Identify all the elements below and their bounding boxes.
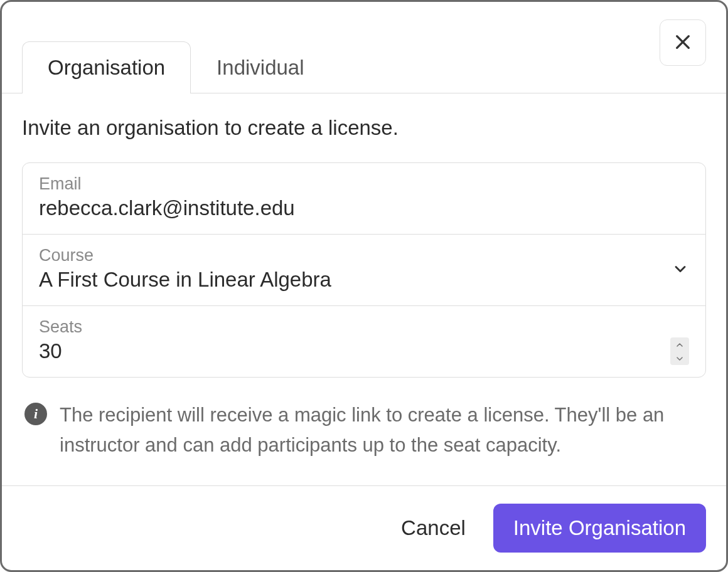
info-text: The recipient will receive a magic link … <box>60 400 704 460</box>
course-select[interactable]: A First Course in Linear Algebra <box>39 268 689 292</box>
invite-organisation-button[interactable]: Invite Organisation <box>493 504 706 553</box>
tab-organisation[interactable]: Organisation <box>22 41 191 93</box>
modal-content: Invite an organisation to create a licen… <box>2 93 726 485</box>
email-label: Email <box>39 174 689 194</box>
chevron-up-icon <box>676 339 683 350</box>
info-row: i The recipient will receive a magic lin… <box>22 400 706 460</box>
invite-modal: Organisation Individual Invite an organi… <box>0 0 728 572</box>
cancel-button[interactable]: Cancel <box>399 511 468 545</box>
seats-field[interactable] <box>39 339 689 363</box>
chevron-down-icon <box>676 352 683 364</box>
email-field-wrap: Email <box>23 163 705 235</box>
close-button[interactable] <box>660 19 706 66</box>
course-label: Course <box>39 246 689 265</box>
seats-stepper[interactable] <box>670 337 689 365</box>
modal-header: Organisation Individual <box>2 2 726 93</box>
course-field-wrap[interactable]: Course A First Course in Linear Algebra <box>23 235 705 306</box>
close-icon <box>673 32 693 54</box>
subtitle: Invite an organisation to create a licen… <box>22 116 706 140</box>
seats-label: Seats <box>39 317 689 337</box>
chevron-down-icon <box>672 260 689 280</box>
tabs: Organisation Individual <box>2 2 726 93</box>
info-icon: i <box>24 403 47 425</box>
tab-individual[interactable]: Individual <box>191 41 329 93</box>
modal-footer: Cancel Invite Organisation <box>2 485 726 570</box>
seats-field-wrap: Seats <box>23 306 705 377</box>
email-field[interactable] <box>39 196 689 220</box>
course-value: A First Course in Linear Algebra <box>39 268 331 292</box>
field-group: Email Course A First Course in Linear Al… <box>22 162 706 378</box>
